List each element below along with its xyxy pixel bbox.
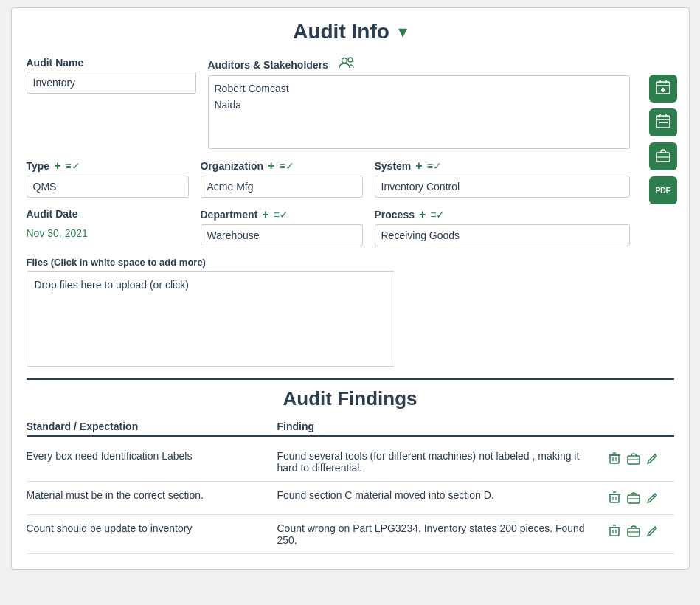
audit-date-label: Audit Date [27,208,78,220]
audit-date-value[interactable]: Nov 30, 2021 [27,223,189,243]
svg-rect-17 [610,455,619,463]
finding-standard-1: Every box need Identification Labels [27,450,277,462]
main-container: Audit Info ▾ [11,7,690,570]
delete-finding-1-button[interactable] [608,452,621,468]
department-input[interactable] [201,224,363,246]
type-filter-icon[interactable]: ≡✓ [65,160,80,172]
system-label: System [375,160,412,172]
stakeholders-label: Auditors & Stakeholders [208,59,328,71]
svg-rect-10 [659,122,662,123]
stakeholders-label-row: Auditors & Stakeholders [208,57,630,72]
finding-row: Count should be update to inventory Coun… [27,515,674,554]
finding-actions-3 [608,522,674,540]
org-add-icon[interactable]: + [268,159,274,173]
form-area: Audit Name Auditors & Stakeholders [27,57,630,367]
org-group: Organization + ≡✓ [201,159,363,198]
calendar-icon [655,113,671,133]
row-type-org-system: Type + ≡✓ Organization + ≡✓ System + ≡ [27,159,630,198]
briefcase-finding-2-button[interactable] [627,491,640,507]
audit-date-label-row: Audit Date [27,208,189,220]
svg-rect-33 [610,528,619,536]
calendar-button[interactable] [649,108,677,136]
type-add-icon[interactable]: + [54,159,60,173]
svg-point-15 [342,58,347,63]
file-drop-zone[interactable]: Drop files here to upload (or click) [27,271,395,367]
page-title: Audit Info [293,20,389,44]
svg-rect-11 [662,122,665,123]
edit-finding-1-button[interactable] [646,452,659,468]
finding-actions-2 [608,489,674,507]
finding-row: Material must be in the correct section.… [27,482,674,515]
system-filter-icon[interactable]: ≡✓ [427,160,442,172]
process-label-row: Process + ≡✓ [375,208,630,221]
pdf-icon: PDF [655,186,670,195]
audit-name-input[interactable] [27,72,196,94]
drop-zone-placeholder: Drop files here to upload (or click) [35,279,189,291]
department-label: Department [201,209,258,221]
process-filter-icon[interactable]: ≡✓ [430,209,445,221]
type-input[interactable] [27,176,189,198]
stakeholders-group: Auditors & Stakeholders Robert Comcast N… [208,57,630,149]
department-add-icon[interactable]: + [262,208,268,221]
page-header: Audit Info ▾ [27,20,674,44]
system-add-icon[interactable]: + [415,159,422,173]
system-input[interactable] [375,176,630,198]
svg-rect-25 [610,494,619,502]
briefcase-finding-1-button[interactable] [627,452,640,468]
system-group: System + ≡✓ [375,159,630,198]
svg-point-16 [348,58,353,62]
col-standard-header: Standard / Expectation [27,421,277,432]
svg-line-32 [654,495,655,497]
side-icons-panel: PDF [649,75,677,204]
org-filter-icon[interactable]: ≡✓ [279,160,294,172]
stakeholders-box[interactable]: Robert Comcast Naida [208,75,630,149]
col-finding-header: Finding [277,421,608,432]
finding-text-2: Found section C material moved into sect… [277,489,608,501]
pdf-button[interactable]: PDF [649,176,677,204]
files-section: Files (Click in white space to add more)… [27,257,630,367]
section-divider [27,378,674,380]
briefcase-finding-3-button[interactable] [627,524,640,540]
findings-header: Standard / Expectation Finding [27,421,674,437]
svg-rect-12 [665,122,668,123]
add-calendar-button[interactable] [649,75,677,103]
stakeholders-people-icon [339,57,355,72]
finding-row: Every box need Identification Labels Fou… [27,443,674,482]
briefcase-side-button[interactable] [649,142,677,170]
row-date-dept-process: Audit Date Nov 30, 2021 Department + ≡✓ … [27,208,630,246]
org-label-row: Organization + ≡✓ [201,159,363,173]
col-actions-header [608,421,674,432]
finding-text-1: Found several tools (for different machi… [277,450,608,474]
type-label-row: Type + ≡✓ [27,159,189,173]
stakeholder-2: Naida [215,97,623,113]
audit-findings-section: Audit Findings Standard / Expectation Fi… [27,387,674,554]
row-audit-name-stakeholders: Audit Name Auditors & Stakeholders [27,57,630,149]
org-input[interactable] [201,176,363,198]
finding-text-3: Count wrong on Part LPG3234. Inventory s… [277,522,608,546]
system-label-row: System + ≡✓ [375,159,630,173]
type-label: Type [27,160,50,172]
edit-finding-3-button[interactable] [646,524,659,540]
delete-finding-2-button[interactable] [608,491,621,507]
findings-title: Audit Findings [27,387,674,410]
department-group: Department + ≡✓ [201,208,363,246]
audit-name-label-row: Audit Name [27,57,196,69]
finding-actions-1 [608,450,674,468]
type-group: Type + ≡✓ [27,159,189,198]
process-add-icon[interactable]: + [419,208,426,221]
process-group: Process + ≡✓ [375,208,630,246]
department-filter-icon[interactable]: ≡✓ [274,209,288,221]
finding-standard-2: Material must be in the correct section. [27,489,277,501]
add-calendar-icon [655,79,671,99]
chevron-down-icon[interactable]: ▾ [398,21,407,42]
stakeholder-1: Robert Comcast [215,80,623,97]
finding-standard-3: Count should be update to inventory [27,522,277,534]
department-label-row: Department + ≡✓ [201,208,363,221]
delete-finding-3-button[interactable] [608,524,621,540]
process-input[interactable] [375,224,630,246]
briefcase-side-icon [655,147,671,167]
audit-name-group: Audit Name [27,57,196,94]
edit-finding-2-button[interactable] [646,491,659,507]
audit-date-group: Audit Date Nov 30, 2021 [27,208,189,243]
process-label: Process [375,209,415,221]
